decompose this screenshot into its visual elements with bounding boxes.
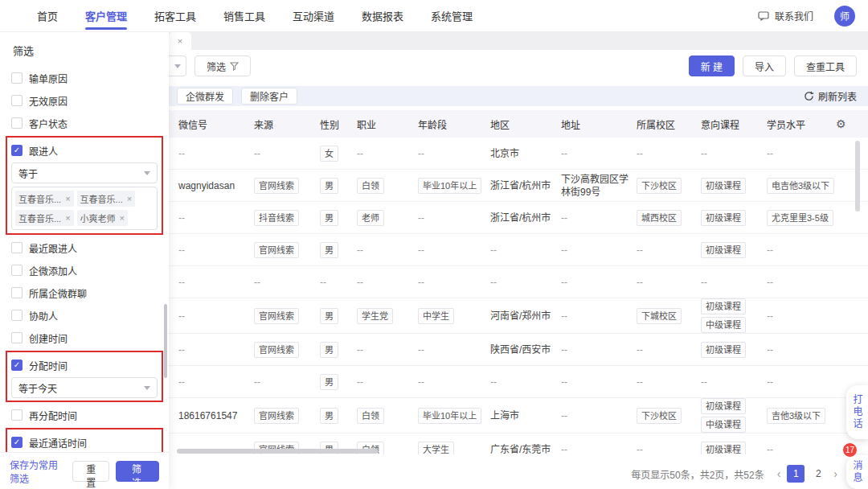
cell-tag: 下城校区: [637, 308, 682, 324]
table-header: 微信号来源性别职业年龄段地区地址所属校区意向课程学员水平 ⚙: [169, 110, 868, 138]
table-row[interactable]: --官网线索男----陕西省/西安市----初级课程--: [169, 334, 868, 366]
checkbox[interactable]: [11, 287, 23, 298]
filter-panel-title: 筛选: [0, 32, 169, 62]
filter-tag-chip[interactable]: 小爽老师×: [77, 210, 128, 226]
table-row[interactable]: ----女----北京市--------: [169, 138, 868, 170]
next-page-button[interactable]: ›: [832, 467, 839, 480]
wecom-bulk-send-button[interactable]: 企微群发: [177, 88, 233, 105]
reset-button[interactable]: 重置: [72, 461, 109, 482]
vertical-scrollbar[interactable]: [855, 141, 860, 212]
filter-button[interactable]: 筛选: [194, 55, 251, 76]
filter-item[interactable]: 所属企微群聊: [11, 281, 158, 304]
page-button-1[interactable]: 1: [787, 465, 805, 483]
filter-button-label: 筛选: [207, 60, 226, 73]
topnav-right: 联系我们 师: [758, 6, 868, 27]
filter-item[interactable]: 输单原因: [11, 67, 158, 89]
filter-item-label: 分配时间: [29, 359, 68, 372]
table-body: ----女----北京市--------wagnyidasan官网线索男白领毕业…: [169, 138, 868, 454]
table-row[interactable]: wagnyidasan官网线索男白领毕业10年以上浙江省/杭州市下沙高教园区学林…: [169, 170, 868, 202]
table-row[interactable]: ----男--------------: [169, 366, 868, 398]
filter-item[interactable]: 最近跟进人: [11, 236, 158, 259]
save-common-filter-link[interactable]: 保存为常用筛选: [10, 458, 66, 485]
filter-item-label: 输单原因: [29, 72, 68, 85]
checkbox[interactable]: [11, 95, 23, 106]
tab-close-button[interactable]: ×: [169, 32, 191, 50]
filter-item-label: 最近通话时间: [29, 436, 87, 450]
prev-page-button[interactable]: ‹: [776, 467, 783, 480]
table-row[interactable]: 18616761547官网线索男白领毕业10年以上上海市--下沙校区初级课程中级…: [169, 398, 868, 434]
filter-operator-select[interactable]: 等于今天: [11, 377, 158, 398]
contact-us-button[interactable]: 联系我们: [758, 9, 813, 23]
filter-operator-select[interactable]: 等于: [11, 162, 158, 183]
table-row[interactable]: --官网线索男----------初级课程--: [169, 234, 868, 266]
column-settings-gear-icon[interactable]: ⚙: [836, 117, 846, 130]
chip-remove-icon[interactable]: ×: [120, 213, 125, 223]
table-cell: --: [418, 234, 490, 265]
filter-item[interactable]: 创建时间: [11, 327, 158, 349]
nav-item-系统管理[interactable]: 系统管理: [431, 0, 473, 32]
checkbox[interactable]: [11, 72, 23, 84]
dedupe-tool-button[interactable]: 查重工具: [794, 55, 857, 76]
page-button-2[interactable]: 2: [809, 465, 827, 483]
nav-item-首页[interactable]: 首页: [37, 0, 58, 32]
chip-remove-icon[interactable]: ×: [65, 194, 70, 203]
table-cell: 河南省/郑州市: [490, 298, 561, 333]
hidden-select-caret[interactable]: [169, 55, 186, 76]
filter-item[interactable]: 再分配时间: [11, 404, 158, 426]
call-phone-widget[interactable]: 打电话: [846, 385, 868, 439]
apply-filter-button[interactable]: 筛 选: [116, 461, 159, 482]
table-cell: 男: [320, 202, 357, 233]
table-row[interactable]: --抖音线索男老师--浙江省/杭州市--城西校区初级课程尤克里里3-5级: [169, 202, 868, 234]
filter-item[interactable]: ✓最近通话时间: [11, 431, 158, 454]
checkbox[interactable]: [11, 242, 23, 253]
checkbox[interactable]: [11, 117, 23, 129]
chip-remove-icon[interactable]: ×: [65, 213, 70, 223]
filter-item[interactable]: ✓跟进人: [11, 139, 158, 162]
table-cell: --: [178, 138, 254, 169]
checkbox[interactable]: ✓: [11, 437, 23, 448]
checkbox[interactable]: [11, 310, 23, 321]
filter-item[interactable]: ✓分配时间: [11, 354, 158, 376]
checkbox[interactable]: [11, 332, 23, 343]
filter-item[interactable]: 企微添加人: [11, 259, 158, 281]
table-cell: --: [418, 334, 490, 365]
nav-item-销售工具[interactable]: 销售工具: [223, 0, 265, 32]
table-cell: --: [418, 202, 490, 233]
message-widget[interactable]: 消息: [846, 455, 868, 489]
filter-item[interactable]: 协助人: [11, 304, 158, 327]
checkbox[interactable]: ✓: [11, 360, 23, 371]
top-navigation: 首页客户管理拓客工具销售工具互动渠道数据报表系统管理 联系我们 师: [0, 0, 868, 32]
horizontal-scrollbar[interactable]: [177, 449, 378, 454]
filter-group: 客户状态: [11, 112, 158, 134]
table-cell: 下沙校区: [637, 170, 701, 201]
filter-tag-chip[interactable]: 互春音乐...×: [15, 191, 74, 207]
chip-remove-icon[interactable]: ×: [127, 194, 132, 203]
table-cell: --: [418, 138, 490, 169]
cell-tag: 初级课程: [701, 342, 746, 358]
table-cell: --: [767, 298, 834, 333]
nav-item-拓客工具[interactable]: 拓客工具: [154, 0, 196, 32]
panel-scrollbar[interactable]: [164, 304, 167, 378]
table-cell: 白领: [357, 398, 418, 433]
filter-tag-chip[interactable]: 互春音乐...×: [15, 210, 74, 226]
checkbox[interactable]: [11, 265, 23, 276]
table-cell: --: [561, 234, 637, 265]
message-label: 消息: [850, 460, 864, 484]
filter-item-label: 最近跟进人: [29, 241, 77, 255]
avatar[interactable]: 师: [834, 6, 855, 27]
new-button[interactable]: 新 建: [689, 55, 735, 76]
delete-customer-button[interactable]: 删除客户: [241, 88, 297, 105]
filter-tag-chip[interactable]: 互春音乐...×: [77, 191, 136, 207]
table-cell: --: [561, 266, 637, 298]
filter-item[interactable]: 无效原因: [11, 89, 158, 112]
filter-item[interactable]: 客户状态: [11, 112, 158, 134]
checkbox[interactable]: ✓: [11, 145, 23, 156]
nav-item-客户管理[interactable]: 客户管理: [85, 0, 127, 32]
checkbox[interactable]: [11, 409, 23, 421]
import-button[interactable]: 导入: [743, 55, 786, 76]
nav-item-数据报表[interactable]: 数据报表: [362, 0, 403, 32]
table-row[interactable]: --官网线索男学生党中学生河南省/郑州市--下城校区初级课程中级课程--: [169, 298, 868, 334]
nav-item-互动渠道[interactable]: 互动渠道: [293, 0, 334, 32]
refresh-list-button[interactable]: 刷新列表: [804, 89, 860, 103]
table-row[interactable]: --------------------: [169, 266, 868, 298]
